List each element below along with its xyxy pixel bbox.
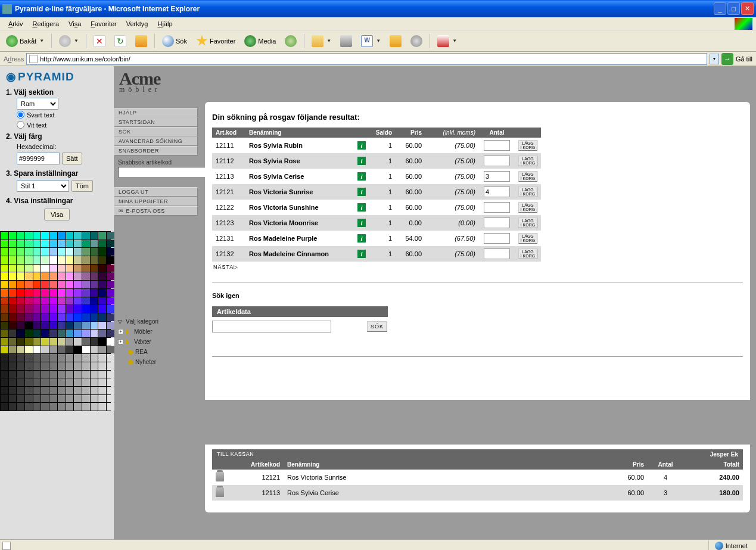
nav-item-snabborder[interactable]: snabborder	[114, 146, 198, 156]
color-swatch[interactable]	[9, 395, 17, 403]
color-swatch[interactable]	[82, 346, 90, 354]
color-swatch[interactable]	[66, 313, 74, 321]
info-icon[interactable]: i	[357, 203, 366, 212]
color-swatch[interactable]	[33, 305, 41, 313]
color-swatch[interactable]	[49, 346, 57, 354]
color-swatch[interactable]	[91, 330, 98, 337]
mail-button[interactable]: ▼	[308, 33, 335, 49]
color-swatch[interactable]	[9, 338, 17, 346]
color-swatch[interactable]	[17, 265, 24, 272]
color-swatch[interactable]	[66, 281, 74, 288]
expand-icon[interactable]: +	[118, 329, 123, 334]
cell-info[interactable]: i	[354, 200, 369, 215]
color-swatch[interactable]	[9, 248, 17, 256]
color-swatch[interactable]	[49, 240, 57, 248]
search-button[interactable]: Sök	[158, 33, 191, 49]
color-swatch[interactable]	[58, 362, 66, 370]
color-swatch[interactable]	[66, 265, 74, 272]
color-swatch[interactable]	[41, 240, 49, 248]
color-swatch[interactable]	[41, 378, 49, 386]
color-swatch[interactable]	[58, 272, 66, 280]
color-swatch[interactable]	[82, 395, 90, 403]
color-swatch[interactable]	[58, 330, 66, 337]
color-swatch[interactable]	[66, 378, 74, 386]
cell-info[interactable]: i	[354, 169, 369, 184]
color-swatch[interactable]	[82, 362, 90, 370]
color-swatch[interactable]	[49, 256, 57, 264]
acct-item-e-posta-oss[interactable]: ✉e-posta oss	[114, 206, 198, 216]
color-swatch[interactable]	[74, 272, 82, 280]
trash-icon[interactable]	[216, 487, 224, 497]
back-button[interactable]: Bakåt▼	[2, 33, 48, 49]
color-swatch[interactable]	[66, 256, 74, 264]
color-swatch[interactable]	[98, 256, 106, 264]
color-swatch[interactable]	[91, 338, 98, 346]
cell-info[interactable]: i	[354, 184, 369, 200]
color-swatch[interactable]	[1, 346, 8, 354]
address-input-wrap[interactable]: http://www.unikum.se/color/bin/	[26, 53, 707, 65]
color-swatch[interactable]	[33, 297, 41, 305]
color-swatch[interactable]	[82, 240, 90, 248]
color-swatch[interactable]	[1, 378, 8, 386]
color-swatch[interactable]	[107, 265, 114, 272]
color-swatch[interactable]	[41, 281, 49, 288]
color-swatch[interactable]	[17, 338, 24, 346]
menu-favoriter[interactable]: Favoriter	[86, 19, 121, 29]
color-swatch[interactable]	[107, 338, 114, 346]
color-swatch[interactable]	[1, 395, 8, 403]
edit-button[interactable]: W▼	[357, 33, 384, 49]
color-swatch[interactable]	[33, 272, 41, 280]
color-swatch[interactable]	[33, 362, 41, 370]
color-swatch[interactable]	[74, 330, 82, 337]
color-swatch[interactable]	[66, 248, 74, 256]
color-swatch[interactable]	[1, 387, 8, 394]
color-swatch[interactable]	[107, 281, 114, 288]
color-swatch[interactable]	[33, 403, 41, 411]
color-swatch[interactable]	[49, 387, 57, 394]
color-swatch[interactable]	[9, 297, 17, 305]
color-swatch[interactable]	[17, 403, 24, 411]
color-swatch[interactable]	[49, 232, 57, 240]
color-swatch[interactable]	[25, 338, 33, 346]
color-swatch[interactable]	[17, 272, 24, 280]
media-button[interactable]: Media	[241, 33, 279, 49]
color-swatch[interactable]	[74, 338, 82, 346]
color-swatch[interactable]	[74, 232, 82, 240]
add-to-cart-button[interactable]: LÄGGI KORG	[518, 140, 537, 151]
color-swatch[interactable]	[66, 297, 74, 305]
color-swatch[interactable]	[25, 248, 33, 256]
set-color-button[interactable]: Sätt	[62, 153, 82, 164]
color-swatch[interactable]	[66, 322, 74, 330]
color-swatch[interactable]	[49, 322, 57, 330]
color-swatch[interactable]	[58, 346, 66, 354]
color-swatch[interactable]	[25, 387, 33, 394]
color-swatch[interactable]	[58, 371, 66, 378]
color-swatch[interactable]	[9, 313, 17, 321]
color-swatch[interactable]	[9, 371, 17, 378]
color-swatch[interactable]	[33, 265, 41, 272]
color-swatch[interactable]	[49, 362, 57, 370]
color-swatch[interactable]	[49, 354, 57, 362]
color-swatch[interactable]	[98, 248, 106, 256]
nav-item-startsidan[interactable]: startsidan	[114, 117, 198, 127]
color-swatch[interactable]	[1, 371, 8, 378]
info-icon[interactable]: i	[357, 234, 366, 243]
tree-item-Växter[interactable]: +Växter	[117, 337, 194, 347]
color-swatch[interactable]	[91, 403, 98, 411]
color-swatch[interactable]	[74, 281, 82, 288]
artikeldata-input[interactable]	[212, 321, 331, 333]
show-settings-button[interactable]: Visa	[44, 209, 70, 220]
color-swatch[interactable]	[49, 371, 57, 378]
color-swatch[interactable]	[17, 378, 24, 386]
cell-info[interactable]: i	[354, 138, 369, 153]
color-swatch[interactable]	[33, 338, 41, 346]
color-swatch[interactable]	[66, 338, 74, 346]
color-swatch[interactable]	[1, 354, 8, 362]
color-swatch[interactable]	[91, 240, 98, 248]
color-swatch[interactable]	[98, 330, 106, 337]
tree-item-Nyheter[interactable]: Nyheter	[117, 357, 194, 367]
add-to-cart-button[interactable]: LÄGGI KORG	[518, 248, 537, 259]
color-swatch[interactable]	[1, 265, 8, 272]
color-swatch[interactable]	[98, 322, 106, 330]
acct-item-mina-uppgifter[interactable]: mina uppgifter	[114, 197, 198, 206]
